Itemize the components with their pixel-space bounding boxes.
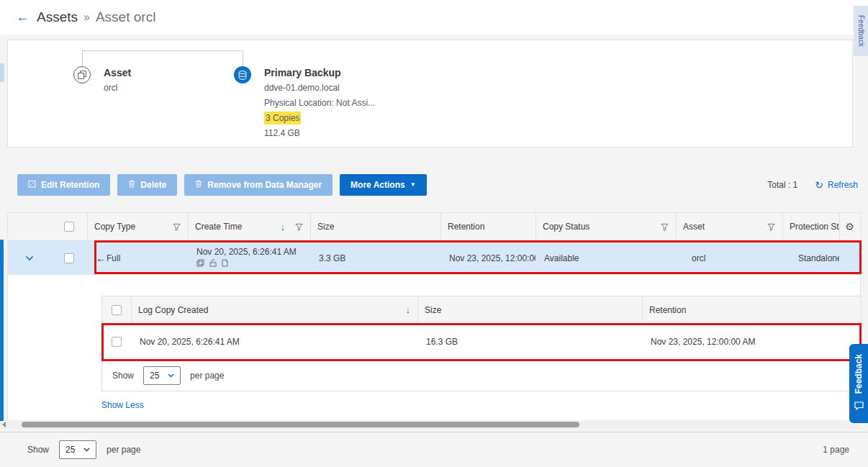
remove-from-data-manager-button[interactable]: Remove from Data Manager [184,174,333,196]
page-count: 1 page [823,445,849,455]
log-table-pagination: Show 25 per page [102,361,861,391]
scrollbar-thumb[interactable] [22,422,579,427]
backup-host: ddve-01.demo.local [264,81,375,94]
cell-log-created: Nov 20, 2025, 6:26:41 AM [131,324,417,360]
breadcrumb-bar: ← Assets » Asset orcl [0,0,868,35]
edit-retention-button[interactable]: Edit Retention [17,174,110,196]
selected-row-indicator [0,240,4,421]
feedback-tab-top[interactable]: Feedback [854,6,868,56]
filter-icon[interactable] [173,223,181,231]
connector-line [243,50,243,66]
show-label: Show [112,371,134,381]
asset-node-name: orcl [104,81,131,94]
column-protection-storage[interactable]: Protection St [782,213,839,240]
column-settings-cell: ⚙ [839,213,860,240]
copies-table: Copy Type Create Time ↓ Size Retention C… [7,212,861,421]
cell-copy-type: ← Full [87,241,188,275]
edit-icon [28,180,36,190]
copy-icon[interactable] [196,259,204,269]
log-row-checkbox[interactable] [112,337,122,347]
column-create-time[interactable]: Create Time ↓ [188,213,310,240]
copies-table-header: Copy Type Create Time ↓ Size Retention C… [8,213,860,241]
filter-icon[interactable] [295,223,303,231]
back-arrow-icon[interactable]: ← [16,9,30,25]
column-copy-status[interactable]: Copy Status [535,213,676,240]
backup-size: 112.4 GB [264,127,375,140]
remove-label: Remove from Data Manager [207,180,322,190]
column-retention[interactable]: Retention [440,213,535,240]
log-table-header: Log Copy Created ↓ Size Retention [102,296,861,324]
refresh-icon: ↻ [815,180,823,190]
actions-toolbar: Edit Retention Delete Remove from Data M… [17,174,858,196]
per-page-label: per page [190,371,224,381]
delete-label: Delete [140,180,166,190]
cell-log-retention: Nov 23, 2025, 12:00:00 AM [642,324,861,360]
annotation-arrow: ← [96,253,106,264]
per-page-label: per page [107,445,140,455]
expander-header-cell [8,213,51,240]
more-actions-button[interactable]: More Actions ▼ [340,174,426,196]
breadcrumb-separator-icon: » [83,11,90,24]
sort-descending-icon[interactable]: ↓ [406,304,411,315]
column-copy-type[interactable]: Copy Type [87,213,188,240]
log-copies-table: Log Copy Created ↓ Size Retention Nov 20… [101,296,862,391]
log-select-all-checkbox[interactable] [112,305,122,315]
refresh-label: Refresh [828,180,858,190]
cell-size: 3.3 GB [310,241,440,275]
cell-protection-storage: Standalone [782,241,839,275]
unlock-icon[interactable] [209,259,217,269]
horizontal-scrollbar[interactable] [0,420,861,429]
column-log-copy-created[interactable]: Log Copy Created ↓ [131,296,417,323]
sort-descending-icon[interactable]: ↓ [281,222,286,232]
column-asset[interactable]: Asset [676,213,782,240]
more-actions-label: More Actions [351,180,405,190]
asset-node[interactable]: Asset orcl [73,66,131,94]
backup-copy-row[interactable]: ← Full Nov 20, 2025, 6:26:41 AM 3.3 GB N… [8,241,860,275]
delete-button[interactable]: Delete [117,174,177,196]
asset-copy-icon [73,66,91,83]
collapse-chevron-icon[interactable] [25,255,34,261]
log-per-page-select[interactable]: 25 [143,366,181,385]
asset-node-title: Asset [104,66,131,79]
scroll-left-arrow-icon[interactable] [2,422,6,427]
caret-down-icon: ▼ [410,182,416,188]
gear-icon[interactable]: ⚙ [845,221,854,232]
cell-copy-status: Available [535,241,676,275]
edit-retention-label: Edit Retention [41,180,99,190]
log-copy-row[interactable]: Nov 20, 2025, 6:26:41 AM 16.3 GB Nov 23,… [102,324,861,361]
feedback-tab-bottom[interactable]: Feedback [849,344,868,423]
total-count: Total : 1 [767,180,797,190]
filter-icon[interactable] [767,223,775,231]
cell-asset: orcl [676,241,782,275]
asset-summary-card: Asset orcl Primary Backup ddve-01.demo.l… [7,40,853,148]
select-all-checkbox[interactable] [64,222,74,232]
cell-log-size: 16.3 GB [417,324,642,360]
column-log-retention[interactable]: Retention [642,296,861,323]
backup-node-title: Primary Backup [264,66,375,79]
breadcrumb-parent[interactable]: Assets [37,9,78,25]
per-page-select[interactable]: 25 [59,440,96,459]
copies-count: 3 Copies [264,112,301,124]
column-log-size[interactable]: Size [417,296,642,323]
select-all-cell [51,213,87,240]
chevron-down-icon [83,448,90,452]
column-size[interactable]: Size [310,213,440,240]
refresh-button[interactable]: ↻ Refresh [815,180,858,190]
chevron-down-icon [168,373,174,378]
connector-line [82,50,83,66]
breadcrumb-current: Asset orcl [96,9,155,25]
filter-icon[interactable] [661,223,669,231]
cell-create-time: Nov 20, 2025, 6:26:41 AM [188,241,310,275]
show-less-link[interactable]: Show Less [101,400,144,410]
trash-icon [128,180,135,190]
primary-backup-node[interactable]: Primary Backup ddve-01.demo.local Physic… [234,66,375,140]
file-icon[interactable] [222,259,228,269]
cell-retention: Nov 23, 2025, 12:00:00 AM [440,241,535,275]
trash-icon [195,180,202,190]
show-label: Show [27,445,49,455]
database-icon [234,66,251,83]
speech-bubble-icon [854,400,864,413]
footer-pagination-bar: Show 25 per page 1 page [0,432,868,467]
backup-location: Physical Location: Not Assi... [264,96,375,109]
row-checkbox[interactable] [64,253,74,263]
